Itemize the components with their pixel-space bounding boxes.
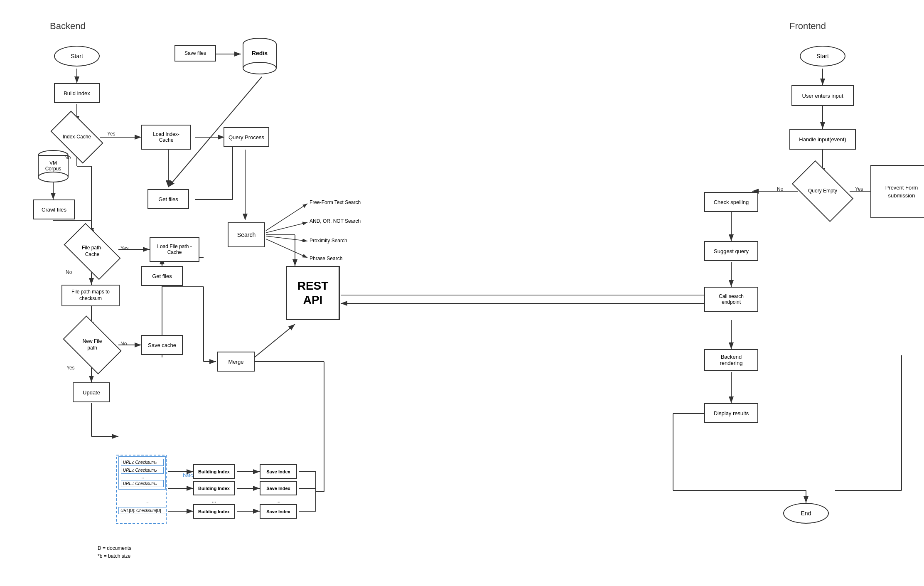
user-enters-rect: User enters input [791,85,854,106]
update-rect: Update [73,382,110,402]
yes-label-1: Yes [107,131,116,137]
frontend-label: Frontend [789,21,826,32]
new-file-path-diamond: New Filepath [67,328,117,362]
url-row-2: URL₂: Checksum₂ [121,467,164,474]
search-type-1: Free-Form Text Search [310,199,361,205]
index-cache-diamond: Index-Cache [54,123,100,152]
svg-line-36 [266,236,307,241]
svg-line-37 [266,239,307,258]
url-last-row: URL|D|: Checksum|D| [118,507,166,514]
diagram-container: Backend Frontend [0,0,924,586]
arrows-svg [0,0,924,586]
search-rect: Search [228,222,265,247]
url-row-1: URL₁: Checksum₁ [121,459,164,466]
frontend-start-oval: Start [800,46,845,66]
display-results-rect: Display results [704,403,758,423]
build-index-rect: Build index [54,83,100,103]
rest-api-rect: REST API [286,266,340,320]
handle-input-rect: Handle input(event) [789,129,856,150]
no-label-1: No [64,155,71,160]
prevent-form-rect: Prevent Form submission [870,165,924,218]
query-empty-diamond: Query Empty [796,175,850,208]
load-index-cache-rect: Load Index- Cache [141,125,191,150]
url-dots: ... [121,475,164,479]
svg-line-38 [249,324,295,362]
svg-line-34 [266,204,307,231]
save-index-3: Save Index [260,504,297,519]
building-index-3: Building Index [193,504,235,519]
search-type-3: Proximity Search [310,238,347,244]
crawl-files-rect: Crawl files [33,199,75,219]
end-oval: End [783,503,829,524]
load-file-path-cache-rect: Load File path - Cache [150,237,199,262]
file-path-cache-diamond: File path-Cache [67,236,117,267]
batch-container: URL₁: Checksum₁ URL₂: Checksum₂ ... URLₙ… [118,456,166,490]
no-label-3: No [120,341,127,347]
save-files-rect: Save files [174,45,216,62]
query-process-rect: Query Process [224,127,269,147]
merge-rect: Merge [217,352,255,372]
save-index-2: Save Index [260,481,297,495]
building-index-1: Building Index [193,464,235,479]
backend-rendering-rect: Backend rendering [704,349,758,371]
svg-point-79 [243,62,276,74]
get-files-1-rect: Get files [141,266,183,286]
yes-label-2: Yes [120,245,129,251]
backend-start-oval: Start [54,46,100,66]
save-index-1: Save Index [260,464,297,479]
yes-label-3: Yes [66,365,75,371]
suggest-query-rect: Suggest query [704,241,758,261]
svg-point-74 [38,172,68,182]
file-path-maps-rect: File path maps to checksum [61,285,120,306]
no-label-qe: No [777,186,783,192]
no-label-2: No [66,269,72,275]
url-row-n: URLₙ: Checksumₙ [121,480,164,487]
search-type-4: Phrase Search [310,256,342,261]
svg-line-35 [266,222,307,233]
url-last-dots: ... [145,499,150,505]
get-files-2-rect: Get files [147,189,189,209]
backend-label: Backend [50,21,86,32]
redis-cylinder: Redis [241,37,278,75]
check-spelling-rect: Check spelling [704,192,758,212]
call-search-rect: Call search endpoint [704,287,758,312]
building-index-2: Building Index [193,481,235,495]
search-type-2: AND, OR, NOT Search [310,218,361,224]
save-cache-rect: Save cache [141,335,183,355]
docs-note: D = documents*b = batch size [98,544,131,560]
yes-label-qe: Yes [855,186,863,192]
